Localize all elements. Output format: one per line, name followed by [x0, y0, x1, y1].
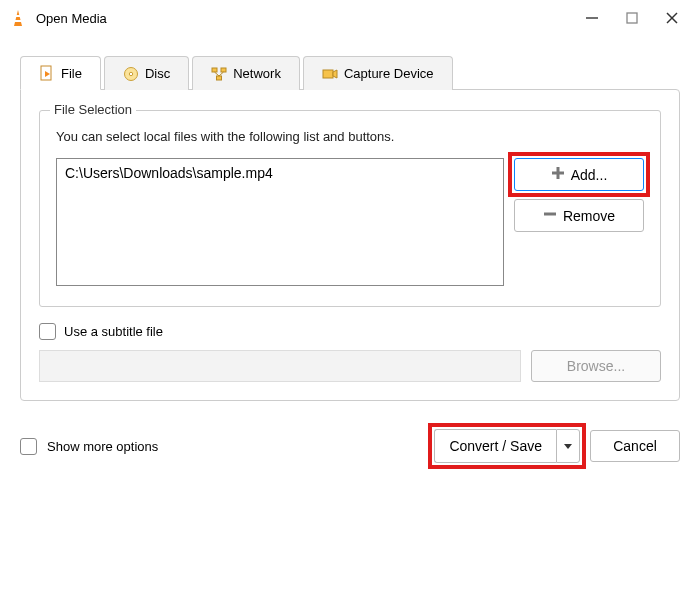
svg-rect-12: [221, 68, 226, 72]
svg-marker-21: [564, 444, 572, 449]
maximize-button[interactable]: [624, 10, 640, 26]
svg-rect-2: [14, 20, 22, 22]
annotation-highlight-convert: Convert / Save: [434, 429, 580, 463]
remove-button[interactable]: Remove: [514, 199, 644, 232]
show-more-options-checkbox[interactable]: [20, 438, 37, 455]
close-button[interactable]: [664, 10, 680, 26]
browse-button: Browse...: [531, 350, 661, 382]
dialog-footer: Show more options Convert / Save Cancel: [20, 429, 680, 463]
svg-rect-1: [15, 15, 21, 17]
svg-rect-4: [627, 13, 637, 23]
minus-icon: [543, 207, 557, 224]
svg-point-10: [129, 72, 132, 75]
plus-icon: [551, 166, 565, 183]
tab-label: Disc: [145, 66, 170, 81]
use-subtitle-label: Use a subtitle file: [64, 324, 163, 339]
svg-rect-11: [212, 68, 217, 72]
subtitle-path-input: [39, 350, 521, 382]
cancel-button-label: Cancel: [613, 438, 657, 454]
tab-panel-file: File Selection You can select local file…: [20, 89, 680, 401]
show-more-options-label: Show more options: [47, 439, 158, 454]
window-title: Open Media: [36, 11, 584, 26]
capture-device-icon: [322, 66, 338, 82]
tab-label: File: [61, 66, 82, 81]
file-selection-hint: You can select local files with the foll…: [56, 129, 644, 144]
dialog-content: File Disc Network Capture Device File Se…: [0, 36, 700, 479]
tab-disc[interactable]: Disc: [104, 56, 189, 90]
network-icon: [211, 66, 227, 82]
use-subtitle-checkbox[interactable]: [39, 323, 56, 340]
file-list[interactable]: C:\Users\Downloads\sample.mp4: [56, 158, 504, 286]
remove-button-label: Remove: [563, 208, 615, 224]
file-icon: [39, 65, 55, 81]
add-button[interactable]: Add...: [514, 158, 644, 191]
convert-save-dropdown[interactable]: [556, 429, 580, 463]
convert-save-main[interactable]: Convert / Save: [434, 429, 556, 463]
vlc-cone-icon: [8, 8, 28, 28]
disc-icon: [123, 66, 139, 82]
svg-line-15: [219, 72, 224, 76]
cancel-button[interactable]: Cancel: [590, 430, 680, 462]
svg-marker-17: [333, 70, 337, 78]
convert-save-label: Convert / Save: [449, 438, 542, 454]
svg-rect-13: [217, 76, 222, 80]
tab-label: Capture Device: [344, 66, 434, 81]
chevron-down-icon: [563, 439, 573, 454]
browse-button-label: Browse...: [567, 358, 625, 374]
tab-network[interactable]: Network: [192, 56, 300, 90]
svg-rect-16: [323, 70, 333, 78]
convert-save-button[interactable]: Convert / Save: [434, 429, 580, 463]
file-selection-group: File Selection You can select local file…: [39, 110, 661, 307]
add-button-label: Add...: [571, 167, 608, 183]
window-controls: [584, 10, 692, 26]
svg-line-14: [215, 72, 220, 76]
annotation-highlight-add: Add...: [514, 158, 644, 191]
tab-file[interactable]: File: [20, 56, 101, 90]
tab-capture-device[interactable]: Capture Device: [303, 56, 453, 90]
subtitle-checkbox-row: Use a subtitle file: [39, 323, 661, 340]
file-selection-legend: File Selection: [50, 102, 136, 117]
tab-strip: File Disc Network Capture Device: [20, 56, 680, 90]
file-list-item[interactable]: C:\Users\Downloads\sample.mp4: [65, 165, 495, 181]
tab-label: Network: [233, 66, 281, 81]
minimize-button[interactable]: [584, 10, 600, 26]
svg-marker-0: [14, 10, 22, 26]
titlebar: Open Media: [0, 0, 700, 36]
